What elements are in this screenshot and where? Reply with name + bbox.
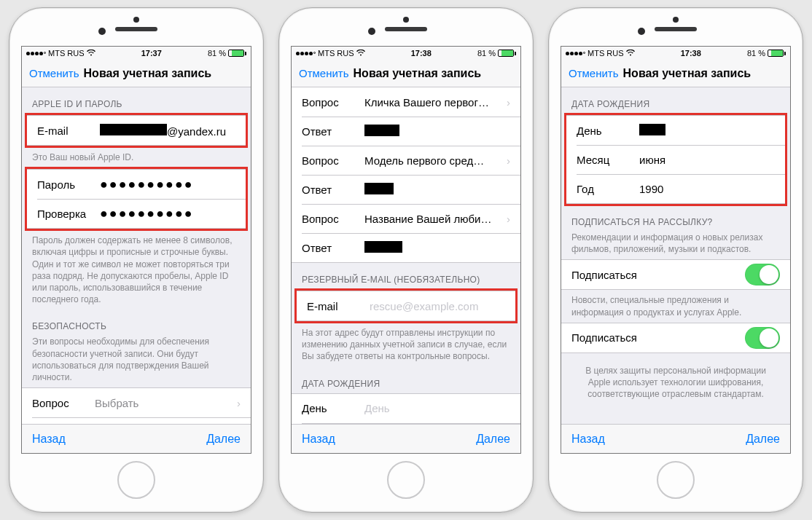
verify-label: Проверка — [37, 208, 100, 220]
month-label: Месяц — [577, 154, 639, 166]
answer3-row[interactable]: Ответ — [292, 233, 520, 262]
proximity-sensor — [673, 17, 679, 23]
speaker-grille — [115, 27, 157, 31]
screen: MTS RUS 17:37 81 % Отменить Новая учетна… — [21, 46, 251, 454]
rescue-email-row[interactable]: E-mail rescue@example.com — [297, 291, 515, 320]
day-label: День — [577, 125, 639, 137]
subscribe-footer1: Рекомендации и информация о новых релиза… — [561, 232, 790, 259]
wifi-icon — [87, 49, 95, 58]
section-header-dob: ДАТА РОЖДЕНИЯ — [561, 87, 790, 114]
highlight-password: Пароль ●●●●●●●●●● Проверка ●●●●●●●●●● — [25, 167, 248, 231]
back-button[interactable]: Назад — [302, 433, 335, 446]
password-row[interactable]: Пароль ●●●●●●●●●● — [27, 170, 246, 199]
year-value: 1990 — [639, 183, 775, 195]
month-value: июня — [639, 154, 775, 166]
year-label: Год — [577, 183, 639, 195]
answer-label: Ответ — [302, 125, 364, 138]
verify-row[interactable]: Проверка ●●●●●●●●●● — [27, 199, 246, 228]
subscribe1-toggle[interactable] — [745, 264, 780, 285]
battery-percent: 81 % — [208, 49, 226, 58]
section-header-security: БЕЗОПАСНОСТЬ — [22, 310, 251, 336]
rescue-footer: На этот адрес будут отправлены инструкци… — [292, 323, 520, 367]
section-header-subscribe: ПОДПИСАТЬСЯ НА РАССЫЛКУ? — [561, 205, 790, 232]
page-title: Новая учетная запись — [84, 67, 212, 80]
phone-2: MTS RUS 17:38 81 % Отменить Новая учетна… — [278, 7, 534, 513]
email-row[interactable]: E-mail @yandex.ru — [27, 116, 246, 145]
back-button[interactable]: Назад — [571, 433, 605, 446]
cancel-button[interactable]: Отменить — [29, 67, 79, 79]
subscribe1-row: Подписаться — [561, 260, 790, 289]
nav-bar: Отменить Новая учетная запись — [561, 60, 790, 87]
signal-dots-icon — [296, 52, 316, 55]
question-label: Вопрос — [302, 96, 364, 109]
question3-value: Название Вашей люби… — [364, 213, 507, 225]
answer-label: Ответ — [302, 242, 364, 254]
subscribe2-toggle[interactable] — [745, 327, 780, 349]
redacted-day — [639, 124, 665, 135]
email-label: E-mail — [37, 125, 100, 137]
question-row[interactable]: Вопрос Выбрать › — [22, 388, 251, 417]
toolbar: Назад Далее — [561, 424, 790, 453]
screen: MTS RUS 17:38 81 % Отменить Новая учетна… — [291, 46, 521, 454]
subscribe-footer2: Новости, специальные предложения и инфор… — [561, 290, 790, 322]
question-value: Выбрать — [95, 397, 237, 409]
toolbar: Назад Далее — [292, 424, 520, 453]
privacy-footer: В целях защиты персональной информации A… — [561, 353, 790, 412]
page-title: Новая учетная запись — [623, 67, 752, 80]
cancel-button[interactable]: Отменить — [569, 67, 619, 79]
front-camera — [98, 28, 106, 35]
content: ДАТА РОЖДЕНИЯ День Месяц июня Год 1990 — [561, 87, 790, 424]
status-bar: MTS RUS 17:38 81 % — [561, 47, 790, 60]
day-row[interactable]: День День — [292, 394, 520, 423]
proximity-sensor — [403, 17, 409, 23]
question2-row[interactable]: Вопрос Модель первого сред… › — [292, 146, 520, 175]
question-label: Вопрос — [302, 213, 364, 225]
back-button[interactable]: Назад — [32, 433, 66, 446]
phone-1: MTS RUS 17:37 81 % Отменить Новая учетна… — [9, 7, 264, 513]
answer-label: Ответ — [302, 184, 364, 196]
battery-icon — [498, 50, 516, 57]
home-button[interactable] — [387, 461, 425, 499]
rescue-email-label: E-mail — [307, 300, 370, 312]
month-row[interactable]: Месяц Месяц — [292, 423, 520, 424]
highlight-rescue: E-mail rescue@example.com — [294, 288, 518, 323]
chevron-right-icon: › — [507, 154, 510, 167]
verify-value: ●●●●●●●●●● — [100, 207, 235, 220]
section-header-rescue: РЕЗЕРВНЫЙ E-MAIL (НЕОБЯЗАТЕЛЬНО) — [292, 263, 520, 289]
section-header-dob: ДАТА РОЖДЕНИЯ — [292, 367, 520, 393]
status-bar: MTS RUS 17:38 81 % — [292, 47, 520, 60]
status-bar: MTS RUS 17:37 81 % — [22, 47, 251, 60]
battery-icon — [228, 50, 246, 57]
signal-dots-icon — [566, 52, 585, 55]
password-value: ●●●●●●●●●● — [100, 178, 235, 191]
question1-row[interactable]: Вопрос Кличка Вашего первог… › — [292, 87, 520, 117]
speaker-grille — [385, 27, 427, 31]
question3-row[interactable]: Вопрос Название Вашей люби… › — [292, 204, 520, 233]
answer2-row[interactable]: Ответ — [292, 175, 520, 204]
clock: 17:37 — [141, 49, 162, 58]
month-row[interactable]: Месяц июня — [566, 145, 785, 174]
answer1-row[interactable]: Ответ — [292, 117, 520, 146]
highlight-email: E-mail @yandex.ru — [25, 113, 248, 148]
redacted-answer1 — [364, 125, 399, 136]
screen: MTS RUS 17:38 81 % Отменить Новая учетна… — [561, 46, 791, 454]
signal-dots-icon — [26, 52, 46, 55]
home-button[interactable] — [117, 461, 155, 499]
home-button[interactable] — [657, 461, 695, 499]
next-button[interactable]: Далее — [746, 433, 780, 446]
chevron-right-icon: › — [507, 96, 510, 109]
cancel-button[interactable]: Отменить — [299, 67, 349, 79]
carrier-label: MTS RUS — [318, 49, 354, 58]
answer-row[interactable]: Ответ — [22, 417, 251, 424]
battery-percent: 81 % — [477, 49, 496, 58]
rescue-email-placeholder: rescue@example.com — [370, 300, 505, 312]
chevron-right-icon: › — [507, 213, 510, 225]
year-row[interactable]: Год 1990 — [566, 174, 785, 203]
next-button[interactable]: Далее — [206, 433, 241, 446]
question1-value: Кличка Вашего первог… — [364, 96, 507, 109]
day-row[interactable]: День — [566, 116, 785, 145]
clock: 17:38 — [681, 49, 701, 58]
question2-value: Модель первого сред… — [364, 154, 507, 167]
subscribe1-label: Подписаться — [571, 269, 745, 281]
next-button[interactable]: Далее — [476, 433, 510, 446]
